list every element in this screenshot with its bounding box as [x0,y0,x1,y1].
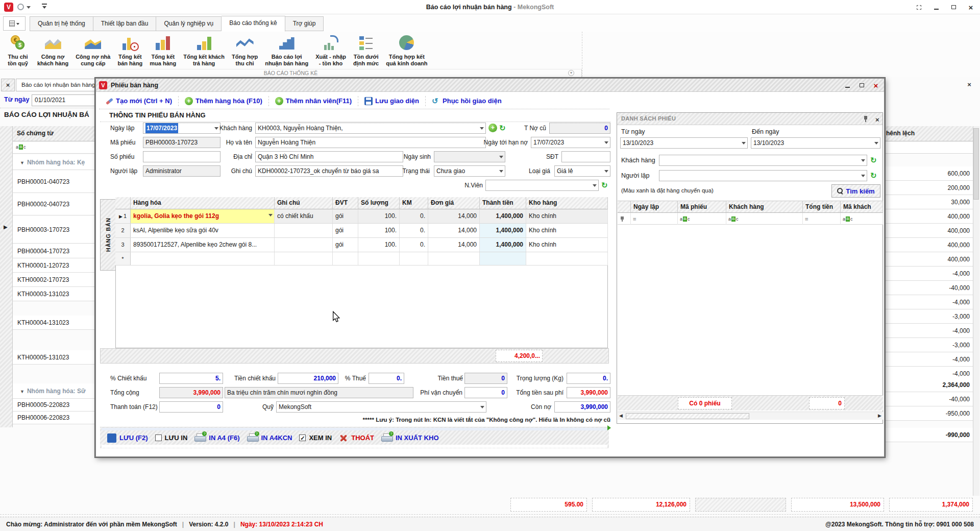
document-tab-close-icon[interactable]: × [1,79,15,91]
ho_ten-field[interactable]: Nguyễn Hoàng Thiện [255,137,486,148]
button-l-u-in[interactable]: LƯU IN [155,434,188,442]
panel-to-date-field[interactable]: 13/10/2023 [751,137,880,149]
report-row[interactable]: PBH00006-220823 [13,412,95,424]
text-filter-icon[interactable]: aBc [843,216,853,222]
t_no_cu-field[interactable]: 0 [549,123,610,134]
chevron-down-icon[interactable] [480,406,484,411]
text-filter-icon[interactable]: aBc [16,144,26,150]
report-row[interactable]: KTH00003-131023 [13,287,95,301]
tien_thue-field[interactable]: 0 [464,373,507,384]
dialog-toolbar-button-1[interactable]: Tạo mới (Ctrl + N) [99,97,178,105]
khach_hang-field[interactable]: KH0003, Nguyễn Hoàng Thiện, [255,123,486,134]
scroll-left-icon[interactable]: ◀ [619,413,623,418]
grid-header-ĐVT[interactable]: ĐVT [333,197,358,209]
filter-cell[interactable]: aBc [726,213,803,225]
filter-cell[interactable] [618,213,631,225]
items-row-2[interactable]: 2ksAl, Alpenlibe kẹo sữa gói 40vgói100.0… [115,224,608,238]
nguoi_lap-field[interactable]: Administrator [143,165,220,177]
phi_vc-field[interactable]: 0 [464,387,507,398]
report-row[interactable]: KTH00001-120723 [13,258,95,273]
panel-header-Khách hàng[interactable]: Khách hàng [726,201,803,213]
tabstrip-close-icon[interactable]: × [963,79,976,91]
tong_cong-field[interactable]: 3,990,000 [159,387,223,398]
tong_sau_phi-field[interactable]: 3,990,000 [567,387,610,398]
panel-header-Mã phiếu[interactable]: Mã phiếu [678,201,726,213]
grid-header-Đơn giá[interactable]: Đơn giá [428,197,480,209]
search-button[interactable]: Tìm kiếm [831,184,880,198]
trang_thai-field[interactable]: Chưa giao [434,165,505,177]
button-in-a4kcn[interactable]: ?IN A4KCN [247,433,292,443]
dialog-toolbar-button-3[interactable]: Thêm nhân viên(F11) [269,97,358,105]
refresh-icon[interactable]: ↻ [870,171,879,180]
text-filter-icon[interactable]: aBc [728,216,739,222]
chevron-down-icon[interactable] [604,141,608,146]
dialog-toolbar-button-4[interactable]: Lưu giao diện [358,97,425,105]
panel-close-icon[interactable]: × [875,114,879,126]
ribbon-tool-3[interactable]: Công nợ nhàcung cấp [72,34,114,68]
ma_phieu-field[interactable]: PBH00003-170723 [143,137,220,148]
items-row-3[interactable]: 38935001712527, Alpenlibe kẹo 2chew gói … [115,238,608,252]
scrollbar-thumb[interactable] [973,128,979,200]
button-in-a4-f6-[interactable]: ?IN A4 (F6) [194,433,239,443]
chevron-down-icon[interactable] [480,127,484,132]
minimize-icon[interactable] [930,2,942,12]
items-new-row[interactable]: * [115,252,608,266]
chevron-down-icon[interactable] [499,156,503,160]
ribbon-tool-7[interactable]: Tổng hợpthu chi [228,34,261,68]
item-name-cell[interactable]: ksAl, Alpenlibe kẹo sữa gói 40v [131,224,275,237]
grid-header-Hàng hóa[interactable]: Hàng hóa [131,197,275,209]
items-row-1[interactable]: ▶1kgolia, Golia kẹo the gói 112gcó chiết… [115,209,608,224]
dialog-maximize-icon[interactable] [856,81,867,90]
sdt-field[interactable] [561,151,610,162]
expand-icon[interactable] [913,2,925,12]
scrollbar-thumb[interactable] [626,413,749,419]
button-xem-in[interactable]: ✓XEM IN [299,434,332,442]
ribbon-tool-11[interactable]: Tổng hợp kếtquả kinh doanh [382,34,431,68]
chevron-down-icon[interactable]: ▼ [20,389,24,394]
ribbon-tab-0[interactable]: Quản trị hệ thống [30,16,93,31]
checkbox-icon[interactable]: ✓ [299,435,306,441]
grid-header-Số lượng[interactable]: Số lượng [358,197,400,209]
panel-from-date-field[interactable]: 13/10/2023 [620,137,748,149]
ghi_chu-field[interactable]: KDH00002-170723_ok chuyển từ báo giá sa [255,165,403,177]
thanh_toan-field[interactable]: 0 [159,401,223,413]
item-name-cell[interactable]: kgolia, Golia kẹo the gói 112g [131,209,275,223]
nvien-field[interactable] [485,180,599,191]
equals-filter-icon[interactable]: = [805,216,808,222]
document-tab[interactable]: Báo cáo lợi nhuận bán hàng [16,79,96,91]
button-in-xu-t-kho[interactable]: ?IN XUẤT KHO [381,433,439,443]
refresh-icon[interactable]: ↻ [870,156,879,165]
quy-field[interactable]: MekongSoft [276,401,486,413]
ribbon-tab-2[interactable]: Quản lý nghiệp vụ [156,16,222,31]
panel-filter-row[interactable]: =aBcaBc=aBc [618,213,883,225]
grid-header-Ghi chú[interactable]: Ghi chú [275,197,333,209]
ribbon-tool-4[interactable]: Tổng kếtbán hàng [114,34,146,68]
report-row[interactable]: KTH00005-131023 [13,350,95,365]
tien_ck-field[interactable]: 210,000 [278,373,338,384]
report-row[interactable]: KTH00002-170723 [13,273,95,287]
equals-filter-icon[interactable]: = [633,216,636,222]
group-row-1[interactable]: ▼Nhóm hàng hóa: Kẹ [13,155,95,170]
plus-icon[interactable] [488,124,497,132]
panel-header-Mã khách[interactable]: Mã khách [841,201,883,213]
report-row[interactable]: PBH00002-040723 [13,193,95,215]
column-header-so-chung-tu[interactable]: Số chứng từ [13,126,95,141]
dialog-toolbar-button-2[interactable]: Thêm hàng hóa (F10) [179,97,268,105]
group-options-icon[interactable]: ▾ [568,70,574,76]
ngay_lap-field[interactable]: 17/07/2023 [143,123,220,134]
grid-header-KM[interactable]: KM [400,197,428,209]
close-icon[interactable]: × [965,2,977,12]
report-row[interactable]: PBH00003-170723 [13,216,95,244]
dia_chi-field[interactable]: Quận 3 Hồ Chí Minh [255,151,403,162]
panel-customer-field[interactable] [659,155,867,166]
chevron-down-icon[interactable] [604,170,608,175]
ribbon-tool-8[interactable]: Báo cáo lợinhuận bán hàng [261,34,312,68]
ngay_toi_han-field[interactable]: 17/07/2023 [531,137,610,148]
from-date-input[interactable]: 01/10/2021 [32,94,95,106]
grid-header-Kho hàng[interactable]: Kho hàng [526,197,608,209]
chevron-down-icon[interactable] [874,142,878,147]
filter-cell[interactable]: aBc [841,213,883,225]
button-l-u-f2-[interactable]: LƯU (F2) [107,433,148,443]
dialog-minimize-icon[interactable] [842,81,852,90]
thue_pct-field[interactable]: 0. [369,373,404,384]
